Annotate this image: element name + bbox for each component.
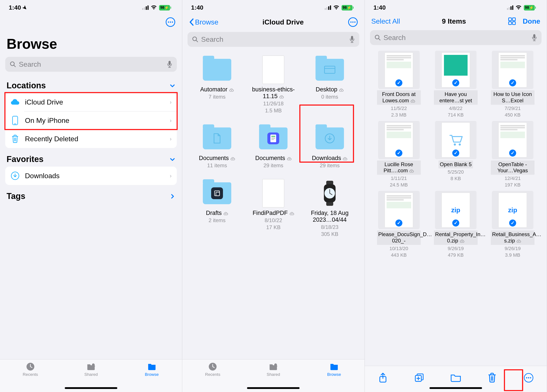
chevron-left-icon bbox=[189, 18, 194, 26]
home-indicator[interactable] bbox=[430, 387, 482, 389]
cloud-download-icon bbox=[339, 86, 344, 93]
search-placeholder: Search bbox=[383, 34, 406, 42]
svg-point-43 bbox=[458, 143, 461, 146]
tab-bar: Recents Shared Browse bbox=[0, 359, 182, 392]
svg-rect-18 bbox=[351, 36, 353, 40]
selected-item[interactable]: ✓Lucille Rose Pitt….com 1/11/2124.5 MB bbox=[373, 121, 425, 188]
selected-item[interactable]: zip✓Retail_Business_A…s.zip 9/26/193.9 M… bbox=[486, 191, 539, 258]
file-name: Desktop bbox=[316, 86, 337, 93]
done-button[interactable]: Done bbox=[523, 17, 540, 25]
cellular-icon bbox=[142, 6, 149, 10]
cloud-download-icon bbox=[230, 155, 235, 161]
status-bar: 1:40 98⚡ bbox=[365, 0, 547, 15]
selected-item[interactable]: ✓Front Doors at Lowes.com 11/5/222.3 MB bbox=[373, 51, 425, 118]
more-menu-button[interactable] bbox=[165, 17, 176, 27]
selected-item[interactable]: zip✓Rental_Property_In…0.zip 9/26/19479 … bbox=[430, 191, 482, 258]
voice-input-icon[interactable] bbox=[349, 36, 355, 43]
locations-header[interactable]: Locations bbox=[0, 74, 182, 93]
file-name: Documents bbox=[255, 155, 285, 161]
file-item[interactable]: Drafts 2 items bbox=[189, 177, 245, 244]
tab-browse[interactable]: Browse bbox=[312, 362, 356, 392]
checkmark-icon: ✓ bbox=[508, 149, 517, 157]
search-field[interactable]: Search bbox=[5, 57, 177, 72]
tags-header[interactable]: Tags bbox=[0, 185, 182, 204]
svg-rect-22 bbox=[272, 136, 275, 137]
svg-point-49 bbox=[530, 377, 531, 379]
more-menu-button[interactable] bbox=[348, 17, 358, 27]
back-button[interactable]: Browse bbox=[189, 18, 218, 26]
file-item[interactable]: FindiPadPDF 8/10/2217 KB bbox=[245, 177, 301, 244]
tab-bar: Recents Shared Browse bbox=[182, 359, 364, 392]
selected-item[interactable]: ✓Open Blank 55/25/208 KB bbox=[430, 121, 482, 188]
home-indicator[interactable] bbox=[65, 387, 117, 389]
status-bar: 1:40 ➤ 98⚡ bbox=[0, 0, 182, 15]
checkmark-icon: ✓ bbox=[508, 79, 517, 87]
selected-item[interactable]: ✓Please_DocuSign_D…020_-10/13/20443 KB bbox=[373, 191, 425, 258]
home-indicator[interactable] bbox=[247, 387, 300, 389]
tab-browse[interactable]: Browse bbox=[130, 362, 174, 392]
page-title: 9 Items bbox=[442, 17, 466, 25]
search-field[interactable]: Search bbox=[370, 30, 541, 45]
downloads-icon bbox=[11, 171, 20, 180]
row-label: Downloads bbox=[25, 172, 60, 180]
file-name: Documents bbox=[199, 155, 229, 161]
voice-input-icon[interactable] bbox=[167, 60, 172, 68]
battery-icon: 98⚡ bbox=[159, 5, 171, 11]
shared-folder-icon bbox=[86, 362, 96, 371]
file-item[interactable]: business-ethics-11.15 11/26/181.5 MB bbox=[245, 54, 301, 120]
delete-button[interactable] bbox=[485, 371, 499, 385]
status-time: 1:40 bbox=[9, 4, 21, 11]
location-arrow-icon: ➤ bbox=[21, 4, 29, 11]
svg-line-5 bbox=[14, 65, 15, 67]
navbar bbox=[0, 15, 182, 29]
share-button[interactable] bbox=[376, 371, 390, 385]
chevron-right-icon bbox=[169, 193, 176, 199]
svg-rect-19 bbox=[324, 66, 335, 73]
selected-item[interactable]: ✓OpenTable - Your…Vegas12/4/21197 KB bbox=[486, 121, 539, 188]
file-name: Rental_Property_In…0.zip bbox=[434, 230, 478, 245]
svg-rect-36 bbox=[513, 18, 515, 21]
svg-rect-35 bbox=[509, 18, 512, 21]
svg-rect-28 bbox=[216, 192, 219, 196]
voice-input-icon[interactable] bbox=[532, 34, 537, 41]
svg-point-3 bbox=[172, 21, 173, 23]
clock-icon bbox=[208, 362, 218, 371]
navbar: Browse iCloud Drive bbox=[182, 15, 364, 29]
checkmark-icon: ✓ bbox=[395, 149, 403, 157]
view-grid-button[interactable] bbox=[508, 17, 516, 25]
row-recently-deleted[interactable]: Recently Deleted › bbox=[5, 130, 177, 148]
folder-icon bbox=[329, 362, 339, 371]
cellular-icon bbox=[507, 6, 513, 10]
file-item[interactable]: Friday, 18 Aug 2023…04/448/18/23305 KB bbox=[301, 177, 358, 244]
row-downloads[interactable]: Downloads › bbox=[5, 166, 177, 185]
file-name: Have you entere…st yet bbox=[434, 90, 478, 105]
search-icon bbox=[192, 36, 198, 43]
file-name: Please_DocuSign_D…020_- bbox=[377, 230, 421, 245]
svg-rect-37 bbox=[509, 22, 512, 25]
move-button[interactable] bbox=[449, 371, 463, 385]
more-button[interactable] bbox=[522, 371, 536, 385]
page-title: iCloud Drive bbox=[263, 18, 304, 26]
file-item[interactable]: Documents 29 items bbox=[245, 122, 301, 175]
tab-recents[interactable]: Recents bbox=[8, 362, 52, 392]
selected-item[interactable]: ✓How to Use Icon S…Excel7/29/21450 KB bbox=[486, 51, 539, 118]
cloud-download-icon bbox=[460, 238, 465, 244]
duplicate-button[interactable] bbox=[412, 371, 426, 385]
file-name: Automator bbox=[200, 86, 227, 93]
highlight-locations bbox=[4, 92, 178, 130]
selected-item[interactable]: ✓Have you entere…st yet4/8/22714 KB bbox=[430, 51, 482, 118]
battery-icon: 98⚡ bbox=[342, 5, 354, 11]
tab-recents[interactable]: Recents bbox=[191, 362, 235, 392]
cloud-download-icon bbox=[289, 210, 294, 216]
svg-point-15 bbox=[354, 21, 356, 23]
panel-selection: 1:40 98⚡ Select All 9 Items Done Search … bbox=[365, 0, 547, 392]
wifi-icon bbox=[515, 6, 522, 10]
file-item[interactable]: Documents 11 items bbox=[189, 122, 245, 175]
svg-point-1 bbox=[168, 21, 169, 23]
file-item[interactable]: Automator 7 items bbox=[189, 54, 245, 120]
search-field[interactable]: Search bbox=[187, 32, 359, 47]
favorites-header[interactable]: Favorites bbox=[0, 148, 182, 166]
file-name: Front Doors at Lowes.com bbox=[377, 90, 421, 105]
select-all-button[interactable]: Select All bbox=[371, 17, 400, 25]
selection-grid: ✓Front Doors at Lowes.com 11/5/222.3 MB✓… bbox=[365, 48, 547, 261]
